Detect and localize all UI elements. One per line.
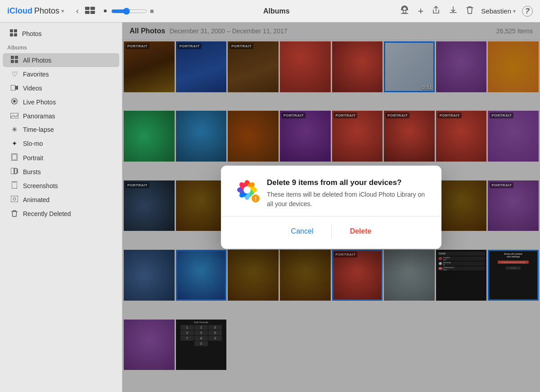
slo-mo-icon: ✦ [10,140,19,148]
brand-icloud: iCloud [7,6,32,16]
svg-rect-6 [14,29,17,32]
svg-point-36 [243,186,251,194]
user-caret-icon: ▾ [513,8,516,14]
sidebar-item-recently-deleted[interactable]: Recently Deleted [3,207,119,221]
sidebar-item-live-photos[interactable]: Live Photos [3,95,119,109]
svg-point-14 [13,100,16,103]
sidebar-bursts-label: Bursts [23,168,41,176]
sidebar-videos-label: Videos [23,85,42,92]
warning-badge: ! [251,194,261,203]
sidebar-live-photos-label: Live Photos [23,99,56,106]
trash-icon [466,5,474,14]
download-icon [449,5,458,14]
sidebar-recently-deleted-label: Recently Deleted [23,210,71,217]
page-title: Albums [159,7,393,15]
share-button[interactable] [431,5,441,18]
zoom-out-icon: ◾ [102,8,108,14]
sidebar-photos-label: Photos [22,30,42,37]
svg-rect-8 [14,33,17,36]
svg-rect-12 [15,60,18,63]
upload-button[interactable] [399,5,410,18]
sidebar-item-portrait[interactable]: Portrait [3,151,119,165]
back-button[interactable]: ‹ [73,5,81,18]
help-button[interactable]: ? [522,6,533,17]
bursts-icon [10,168,19,176]
sidebar-all-photos-label: All Photos [23,57,51,64]
user-name: Sebastien [481,7,511,15]
toolbar-actions: + Sebastien ▾ ? [399,5,533,18]
favorites-icon: ♡ [10,70,19,78]
sidebar-item-photos[interactable]: Photos [3,27,119,41]
sidebar-item-bursts[interactable]: Bursts [3,165,119,178]
sidebar-item-panoramas[interactable]: Panoramas [3,109,119,122]
sidebar-slo-mo-label: Slo-mo [23,140,43,147]
recently-deleted-icon [10,209,19,218]
panoramas-icon [10,112,19,120]
animated-icon [10,196,19,203]
svg-rect-5 [10,29,13,32]
delete-dialog: ! Delete 9 items from all your devices? … [221,166,441,249]
brand-photos: Photos [34,6,59,16]
sidebar-portrait-label: Portrait [23,154,43,162]
dialog-overlay: ! Delete 9 items from all your devices? … [122,23,540,392]
portrait-icon [10,153,19,162]
photos-grid-icon [9,29,18,38]
svg-rect-2 [85,11,90,14]
sidebar-item-slo-mo[interactable]: ✦ Slo-mo [3,137,119,150]
svg-rect-24 [13,182,16,183]
all-photos-icon [10,56,19,64]
albums-section-header: Albums [0,41,122,53]
sidebar-item-favorites[interactable]: ♡ Favorites [3,68,119,81]
upload-icon [400,5,410,14]
svg-rect-19 [12,154,17,160]
user-menu[interactable]: Sebastien ▾ [481,7,516,15]
zoom-slider-area: ◾ ◼ [102,8,154,15]
layout-icon [85,7,95,14]
time-lapse-icon: ✳ [10,126,19,134]
videos-icon [10,84,19,92]
svg-rect-21 [15,168,17,174]
svg-rect-0 [85,7,90,10]
sidebar-time-lapse-label: Time-lapse [23,126,54,133]
svg-rect-10 [15,56,18,59]
zoom-slider[interactable] [111,8,147,15]
sidebar-panoramas-label: Panoramas [23,113,55,120]
app-brand: iCloud Photos ▾ [7,6,64,16]
live-photos-icon [10,98,19,106]
svg-rect-25 [11,196,18,202]
delete-button[interactable] [465,5,475,18]
dialog-header: ! Delete 9 items from all your devices? … [235,178,427,209]
screenshots-icon [10,181,19,190]
dialog-text: Delete 9 items from all your devices? Th… [267,178,427,209]
share-icon [432,5,441,14]
navigation-buttons: ‹ [73,5,95,18]
sidebar: Photos Albums All Photos ♡ Favorites Vid… [0,23,122,392]
zoom-in-icon: ◼ [150,8,154,14]
download-button[interactable] [448,5,459,18]
sidebar-item-screenshots[interactable]: Screenshots [3,179,119,193]
main-content: All Photos December 31, 2000 – December … [122,23,540,392]
sidebar-animated-label: Animated [23,196,50,203]
sidebar-item-time-lapse[interactable]: ✳ Time-lapse [3,123,119,136]
layout-toggle-button[interactable] [85,7,95,16]
svg-point-26 [13,198,16,200]
sidebar-item-all-photos[interactable]: All Photos [3,53,119,67]
svg-rect-20 [11,168,14,174]
sidebar-favorites-label: Favorites [23,71,49,78]
svg-rect-3 [90,11,95,14]
svg-rect-1 [90,7,95,10]
app-body: Photos Albums All Photos ♡ Favorites Vid… [0,23,540,392]
sidebar-item-animated[interactable]: Animated [3,193,119,206]
dialog-cancel-button[interactable]: Cancel [273,224,332,239]
brand-caret-icon[interactable]: ▾ [61,8,64,14]
svg-rect-7 [10,33,13,36]
svg-rect-11 [11,60,14,63]
svg-rect-9 [11,56,14,59]
top-bar: iCloud Photos ▾ ‹ ◾ ◼ Albums + [0,0,540,23]
sidebar-item-videos[interactable]: Videos [3,81,119,95]
add-button[interactable]: + [417,5,424,18]
dialog-delete-button[interactable]: Delete [332,224,389,239]
dialog-title: Delete 9 items from all your devices? [267,178,427,187]
svg-rect-13 [11,85,15,90]
dialog-actions: Cancel Delete [235,216,427,239]
